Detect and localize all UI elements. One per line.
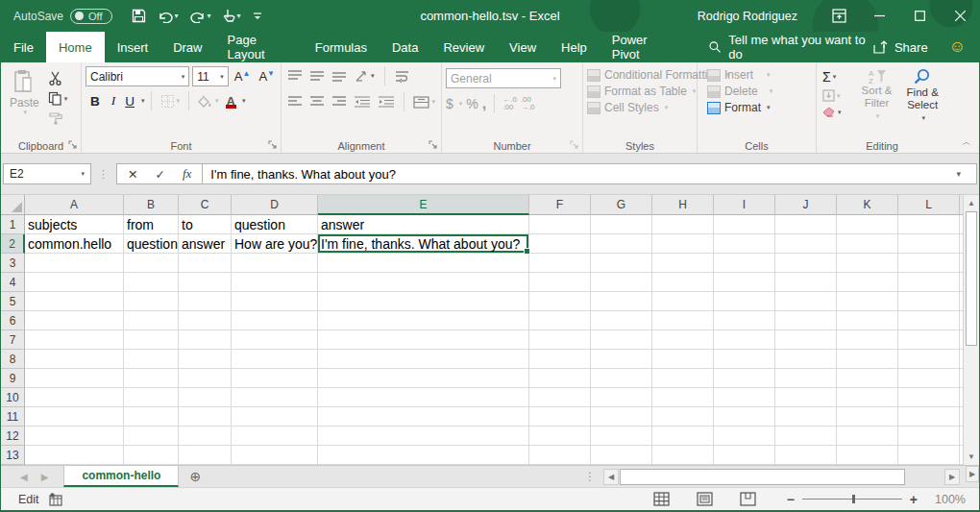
top-align-button[interactable]	[285, 68, 305, 84]
cell-K9[interactable]	[837, 369, 898, 388]
cell-E10[interactable]	[318, 388, 529, 407]
cell-E1[interactable]: answer	[318, 215, 529, 234]
italic-button[interactable]: I	[107, 93, 121, 109]
row-header-11[interactable]: 11	[1, 407, 25, 427]
row-header-5[interactable]: 5	[1, 292, 25, 311]
cell-H3[interactable]	[652, 254, 714, 273]
cell-G5[interactable]	[591, 292, 652, 311]
increase-indent-button[interactable]	[376, 94, 397, 110]
macro-record-button[interactable]	[49, 493, 63, 506]
cell-H1[interactable]	[652, 215, 714, 234]
cell-J3[interactable]	[775, 254, 837, 273]
cell-G1[interactable]	[591, 215, 652, 234]
confirm-entry-button[interactable]: ✓	[146, 167, 173, 182]
cell-C9[interactable]	[179, 369, 232, 388]
cell-D7[interactable]	[232, 330, 318, 350]
font-color-dropdown-arrow-icon[interactable]: ▾	[242, 97, 246, 105]
cell-G8[interactable]	[591, 350, 652, 369]
cell-H13[interactable]	[652, 446, 714, 465]
horizontal-scroll-track[interactable]	[906, 469, 944, 485]
cell-G3[interactable]	[591, 254, 652, 273]
user-name[interactable]: Rodrigo Rodriguez	[698, 10, 797, 23]
cell-A4[interactable]	[25, 273, 124, 292]
cell-C11[interactable]	[179, 407, 232, 427]
customize-qat-button[interactable]	[249, 9, 266, 24]
cell-E2[interactable]: I'm fine, thanks. What about you?	[318, 234, 529, 254]
column-header-K[interactable]: K	[837, 195, 898, 215]
cell-E11[interactable]	[318, 407, 529, 427]
cell-D8[interactable]	[232, 350, 318, 369]
undo-dropdown-arrow-icon[interactable]: ▾	[175, 12, 179, 20]
cell-K13[interactable]	[837, 446, 898, 465]
cell-K5[interactable]	[837, 292, 898, 311]
cell-G7[interactable]	[591, 330, 652, 350]
cell-H2[interactable]	[652, 234, 714, 254]
shrink-font-button[interactable]: A▼	[256, 69, 278, 84]
cell-J10[interactable]	[775, 388, 837, 407]
cell-I2[interactable]	[714, 234, 775, 254]
column-header-G[interactable]: G	[591, 195, 652, 215]
cell-B13[interactable]	[124, 446, 179, 465]
formula-input[interactable]: I'm fine, thanks. What about you? ▾	[203, 163, 977, 184]
cell-J2[interactable]	[775, 234, 837, 254]
cell-B12[interactable]	[124, 427, 179, 446]
decrease-indent-button[interactable]	[352, 94, 373, 110]
font-color-button[interactable]: A	[224, 94, 238, 109]
cell-B7[interactable]	[124, 330, 179, 350]
cell-K6[interactable]	[837, 311, 898, 330]
tab-formulas[interactable]: Formulas	[303, 32, 380, 62]
next-sheet-arrow[interactable]: ▶	[41, 472, 49, 482]
cell-E3[interactable]	[318, 254, 529, 273]
insert-function-button[interactable]: fx	[174, 166, 200, 182]
cell-I13[interactable]	[714, 446, 775, 465]
orientation-dropdown-arrow-icon[interactable]: ▾	[371, 72, 375, 80]
cell-C7[interactable]	[179, 330, 232, 350]
cell-I7[interactable]	[714, 330, 775, 350]
scroll-left-arrow[interactable]: ◀	[603, 469, 619, 485]
underline-dropdown-arrow-icon[interactable]: ▾	[141, 97, 145, 105]
cell-E7[interactable]	[318, 330, 529, 350]
name-box[interactable]: E2 ▾	[3, 163, 91, 184]
cell-A2[interactable]: common.hello	[25, 234, 124, 254]
fill-button[interactable]: ▾	[821, 88, 853, 103]
cell-L5[interactable]	[898, 292, 960, 311]
cell-A13[interactable]	[25, 446, 124, 465]
cell-G13[interactable]	[591, 446, 652, 465]
format-painter-button[interactable]	[46, 110, 70, 126]
cell-D12[interactable]	[232, 427, 318, 446]
vertical-scroll-track[interactable]	[964, 346, 979, 449]
name-box-splitter[interactable]: ⋮	[91, 168, 116, 181]
zoom-slider-thumb[interactable]	[852, 495, 855, 503]
cell-E8[interactable]	[318, 350, 529, 369]
redo-dropdown-arrow-icon[interactable]: ▾	[208, 12, 211, 20]
zoom-out-button[interactable]: −	[787, 492, 795, 507]
comma-style-button[interactable]: ,	[482, 95, 486, 112]
undo-button[interactable]: ▾	[154, 7, 183, 26]
cell-F4[interactable]	[529, 273, 591, 292]
cell-L11[interactable]	[898, 407, 960, 427]
cell-C13[interactable]	[179, 446, 232, 465]
number-dialog-launcher[interactable]	[570, 140, 579, 150]
clear-dropdown-arrow-icon[interactable]: ▾	[838, 109, 842, 116]
ribbon-display-options-button[interactable]	[819, 0, 859, 32]
column-header-E[interactable]: E	[318, 195, 529, 215]
row-header-6[interactable]: 6	[1, 311, 25, 330]
cell-C10[interactable]	[179, 388, 232, 407]
tell-me-box[interactable]: Tell me what you want to do	[709, 32, 866, 62]
cell-A8[interactable]	[25, 350, 124, 369]
cell-H9[interactable]	[652, 369, 714, 388]
column-header-I[interactable]: I	[714, 195, 775, 215]
cell-K4[interactable]	[837, 273, 898, 292]
insert-cells-button[interactable]: Insert ▾	[707, 68, 813, 82]
middle-align-button[interactable]	[307, 68, 327, 84]
row-header-8[interactable]: 8	[1, 350, 25, 369]
cell-B6[interactable]	[124, 311, 179, 330]
merge-center-button[interactable]: ▾	[410, 94, 438, 110]
row-header-4[interactable]: 4	[1, 273, 25, 292]
cell-I9[interactable]	[714, 369, 775, 388]
cell-J1[interactable]	[775, 215, 837, 234]
delete-cells-button[interactable]: Delete ▾	[707, 85, 813, 98]
grow-font-button[interactable]: A▲	[232, 69, 254, 84]
cell-C2[interactable]: answer	[179, 234, 232, 254]
cell-L12[interactable]	[898, 427, 960, 446]
